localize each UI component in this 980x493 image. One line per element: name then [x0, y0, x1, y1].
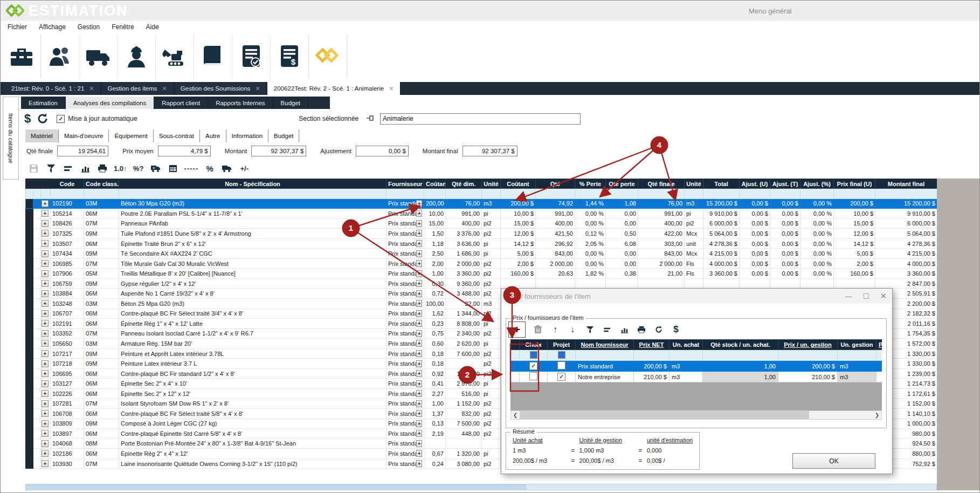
cell-fournisseur[interactable]: Prix standard+ [387, 238, 424, 249]
cell-ajust-u[interactable]: 0,00 $ [740, 249, 770, 259]
column-header-qte-dim[interactable]: Qté dim. [446, 179, 482, 189]
cell-code[interactable]: 106707 [51, 309, 84, 319]
truck-add-icon[interactable]: + [150, 162, 162, 174]
fournisseur-expand-icon[interactable]: + [416, 230, 422, 237]
cell-nom[interactable]: Té Secondaire AX #AX224 2' CGC [119, 249, 387, 259]
column-header-unite[interactable]: Unité [482, 179, 501, 189]
cell-unite[interactable]: pi2 [482, 348, 501, 359]
cell-unite[interactable]: pi2 [482, 328, 501, 339]
cell-ajust-pct[interactable]: 0,00 % [800, 198, 834, 209]
column-header-prix-final-u[interactable]: Prix final (U) [834, 179, 875, 189]
sidebar-tab-items-du-catalogue[interactable]: Items du catalogue [3, 97, 19, 180]
cell-choix[interactable] [520, 372, 548, 382]
cell-ajust-pct[interactable]: 0,00 % [800, 269, 834, 279]
menu-item-affichage[interactable]: Affichage [39, 23, 66, 31]
column-header-total[interactable]: Total [703, 179, 740, 189]
cell-unite[interactable]: pi2 [482, 429, 501, 439]
fournisseur-expand-icon[interactable]: + [416, 200, 422, 207]
cell-nom[interactable]: Aspenite No 1 Carré 19/32" x 4' x 8' [119, 289, 387, 299]
cell-nom[interactable]: Composé à Joint Léger CGC (27 kg) [119, 419, 387, 429]
expand-row-icon[interactable]: + [42, 250, 49, 257]
cell-code[interactable]: 107906 [51, 269, 84, 279]
expand-cell[interactable]: + [41, 409, 51, 419]
cell-total[interactable]: 4 278,36 $ [703, 238, 740, 249]
plus-minus-icon[interactable]: +/- [238, 162, 250, 174]
total-field-value[interactable]: 0,00 $ [356, 146, 409, 156]
worker-icon[interactable] [118, 34, 156, 79]
bar-chart-icon[interactable] [619, 326, 629, 333]
fournisseur-expand-icon[interactable]: + [416, 460, 422, 467]
expand-cell[interactable]: + [41, 328, 51, 339]
cell-qte-finale[interactable]: 400,00 [638, 218, 685, 229]
filter-cell[interactable] [482, 189, 501, 199]
maximize-icon[interactable]: ☐ [863, 292, 869, 300]
cell-fournisseur[interactable]: Prix standard+ [387, 258, 424, 269]
cell-pct-perte[interactable]: 0,00 % [575, 258, 606, 269]
cell-unite[interactable]: pi2 [482, 289, 501, 299]
cell-choix[interactable]: ✓ [520, 361, 548, 372]
cell-pct-perte[interactable]: 0,00 % [575, 249, 606, 259]
cell-ajust-pct[interactable]: 0,00 % [800, 258, 834, 269]
cell-prix-final-u[interactable] [834, 278, 875, 289]
cell-qte-dim[interactable]: 516,00 [446, 388, 482, 399]
category-tab-main-d-oeuvre[interactable]: Main-d'oeuvre [59, 129, 109, 142]
cell-projet[interactable] [548, 361, 576, 372]
cell-montant-final[interactable]: 4 278,36 $ [875, 238, 937, 249]
cell-prix-final-u[interactable]: 200,00 $ [834, 198, 875, 209]
delete-icon[interactable] [533, 325, 543, 334]
close-tab-icon[interactable]: ✕ [256, 85, 260, 92]
cell-unite[interactable]: pi2 [482, 309, 501, 319]
cell-fournisseur[interactable]: Prix standard+ [387, 409, 424, 419]
cell-qte-dim[interactable]: 2 970,00 [446, 379, 482, 389]
cell-coutant[interactable]: 0,23 [424, 319, 446, 329]
dialog-filter-row[interactable] [511, 350, 882, 361]
expand-row-icon[interactable]: + [42, 400, 49, 407]
cell-qte-dim[interactable]: 3 488,00 [446, 289, 482, 299]
table-row[interactable]: +10842607MPanneaux PAnfabPrix standard+1… [26, 218, 937, 229]
filter-cell[interactable] [119, 189, 387, 199]
cell-code[interactable]: 103930 [51, 458, 84, 469]
cell-qte-dim[interactable]: 7 500,00 [446, 419, 482, 429]
expand-cell[interactable]: + [41, 399, 51, 409]
cell-ajust-t[interactable]: 0,00 $ [770, 218, 800, 229]
cell-code-class[interactable]: 07M [84, 399, 119, 409]
column-header-ajust-t[interactable]: Ajust. (T) [770, 179, 800, 189]
cell-nom[interactable]: Épinette Rég 1" x 4" x 12' Latte [119, 319, 387, 329]
cell-coutant-unitaire[interactable]: 5,00 $ [501, 249, 536, 259]
table-row[interactable]: +10743409MTé Secondaire AX #AX224 2' CGC… [26, 249, 937, 259]
dollar-icon[interactable]: $ [671, 324, 681, 335]
cell-qte-dim[interactable]: 2 340,00 [446, 328, 482, 339]
expand-cell[interactable]: + [41, 278, 51, 289]
calendar-icon[interactable] [167, 162, 179, 174]
fournisseur-row[interactable]: ✓Prix standard200,00 $m31,00200,00 $m30,… [511, 361, 882, 372]
cell-unite[interactable]: pi2 [482, 368, 501, 379]
cell-prix-un-estimation[interactable]: 0,00 [877, 361, 882, 372]
cell-qte[interactable]: 991,00 [536, 209, 575, 219]
filter-cell[interactable] [84, 189, 119, 199]
cell-fournisseur[interactable]: Prix standard+ [387, 419, 424, 429]
cell-nom[interactable]: Épinette Rég 2" x 4" x 12' [119, 449, 387, 459]
ok-button[interactable]: OK [792, 453, 875, 469]
dialog-title-bar[interactable]: Prix / fournisseurs de l'item — ☐ ✕ [501, 289, 892, 304]
expand-cell[interactable]: + [41, 458, 51, 469]
expand-row-icon[interactable]: + [42, 430, 49, 437]
cell-unite-finale[interactable] [685, 278, 703, 289]
cell-coutant[interactable]: 2,27 [424, 388, 446, 399]
dialog-filter-cell[interactable] [634, 350, 670, 361]
cell-un-achat[interactable]: m3 [670, 372, 703, 382]
cell-unite[interactable]: pi [482, 209, 501, 219]
expand-cell[interactable]: + [41, 449, 51, 459]
cell-pct-perte[interactable]: 0,12 % [575, 229, 606, 239]
cell-code-class[interactable]: 03M [84, 198, 119, 209]
fournisseur-expand-icon[interactable]: + [416, 420, 422, 427]
expand-cell[interactable]: + [41, 388, 51, 399]
fournisseur-expand-icon[interactable]: + [416, 380, 422, 387]
cell-coutant-unitaire[interactable]: 15,00 $ [501, 218, 536, 229]
cell-code-class[interactable]: 06M [84, 289, 119, 299]
clients-icon[interactable] [41, 34, 79, 79]
choix-checkbox[interactable] [529, 372, 537, 380]
cell-coutant[interactable]: 15,00 [424, 218, 446, 229]
dialog-horizontal-scrollbar[interactable]: ❮ ❯ [510, 410, 882, 420]
cell-ajust-u[interactable]: 0,00 $ [740, 209, 770, 219]
cell-code-class[interactable]: 06M [84, 319, 119, 329]
